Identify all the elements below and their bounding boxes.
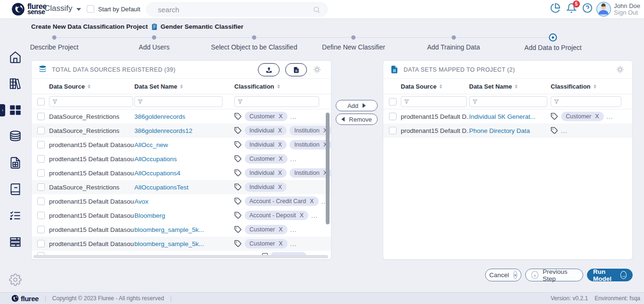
app-menu-dropdown[interactable]: Classify	[44, 4, 81, 13]
fluree-penguin-icon	[11, 2, 25, 16]
previous-step-button[interactable]: ‹ Previous Step	[525, 269, 583, 281]
dataset-link[interactable]: Phone Directory Data	[469, 127, 530, 134]
remove-tag-icon[interactable]: X	[278, 141, 282, 148]
start-by-default-checkbox[interactable]	[87, 5, 94, 13]
dataset-link[interactable]: Avox	[134, 198, 149, 205]
sidebar-home-icon[interactable]	[9, 51, 22, 64]
tag-icon	[234, 141, 242, 148]
column-header-classification[interactable]: Classification	[234, 83, 331, 90]
classification-chip: Customer X	[245, 225, 288, 234]
sidebar-models-icon[interactable]	[9, 236, 22, 248]
stepper-step[interactable]: Add Training Data	[427, 33, 480, 51]
dataset-link[interactable]: AllOccupations	[134, 156, 177, 163]
dataset-link[interactable]: Individual 5K Generat...	[469, 113, 536, 120]
row-checkbox[interactable]	[37, 155, 45, 163]
select-all-checkbox[interactable]	[389, 98, 396, 106]
more-tags-ellipsis[interactable]: ...	[607, 113, 613, 120]
dataset-link[interactable]: AllOcc_new	[134, 141, 168, 148]
horizontal-scrollbar[interactable]	[33, 255, 328, 258]
row-checkbox[interactable]	[37, 226, 45, 233]
stepper-step[interactable]: Select Object to be Classified	[211, 33, 297, 51]
brand-logo[interactable]: fluree sense	[11, 2, 47, 16]
filter-classification-input[interactable]	[561, 99, 618, 105]
stepper-step[interactable]: Describe Project	[30, 33, 79, 51]
remove-tag-icon[interactable]: X	[279, 240, 282, 247]
wizard-actions: Cancel × ‹ Previous Step Run Model →	[485, 269, 633, 281]
stepper-step[interactable]: Add Users	[139, 33, 169, 51]
row-checkbox[interactable]	[37, 127, 45, 134]
more-tags-ellipsis[interactable]: ...	[311, 212, 318, 219]
select-all-checkbox[interactable]	[37, 98, 45, 106]
dataset-link[interactable]: bloomberg_sample_5k...	[134, 240, 204, 247]
dataset-link[interactable]: 386goldenrecords12	[134, 127, 192, 134]
filter-data-set-name-input[interactable]	[145, 99, 219, 105]
dataset-link[interactable]: AllOccupationsTest	[134, 184, 189, 191]
remove-button[interactable]: Remove	[336, 114, 378, 125]
remove-tag-icon[interactable]: X	[300, 212, 304, 219]
row-checkbox[interactable]	[37, 197, 45, 205]
row-checkbox[interactable]	[37, 240, 45, 247]
panel-settings-icon[interactable]	[616, 65, 625, 74]
user-name: John Doe	[614, 3, 640, 9]
dataset-link[interactable]: bloomberg_sample_5k...	[134, 226, 204, 233]
more-tags-ellipsis[interactable]: ...	[290, 226, 297, 233]
remove-tag-icon[interactable]: X	[595, 113, 599, 120]
remove-tag-icon[interactable]: X	[278, 127, 282, 134]
dataset-link[interactable]: Bloomberg	[134, 212, 165, 219]
more-tags-ellipsis[interactable]: ...	[290, 156, 297, 163]
sidebar-datasets-icon[interactable]	[9, 156, 22, 169]
filter-classification-input[interactable]	[245, 99, 316, 105]
row-checkbox[interactable]	[389, 113, 396, 120]
panel-settings-icon[interactable]	[313, 65, 322, 74]
search-input[interactable]	[158, 6, 313, 14]
sidebar-catalog-icon[interactable]	[9, 183, 22, 196]
remove-tag-icon[interactable]: X	[279, 113, 282, 120]
vertical-scrollbar[interactable]	[326, 113, 330, 224]
more-tags-ellipsis[interactable]: ...	[290, 113, 297, 120]
column-header-data-set-name[interactable]: Data Set Name	[134, 83, 234, 90]
filter-data-source-input[interactable]	[59, 99, 130, 105]
analytics-pie-icon[interactable]	[550, 3, 561, 13]
filter-data-source-input[interactable]	[411, 99, 463, 105]
filter-data-set-name-input[interactable]	[479, 99, 544, 105]
cancel-button[interactable]: Cancel ×	[485, 269, 521, 281]
row-checkbox[interactable]	[37, 141, 45, 148]
remove-tag-icon[interactable]: X	[279, 226, 282, 233]
row-checkbox[interactable]	[37, 183, 45, 191]
row-checkbox[interactable]	[389, 127, 396, 134]
table-row: prodtenant15 Default DatasourAllOcc_newI…	[32, 138, 331, 152]
column-header-data-set-name[interactable]: Data Set Name	[469, 83, 551, 90]
more-tags-ellipsis[interactable]: ...	[290, 240, 297, 247]
sidebar-tasks-icon[interactable]	[9, 209, 22, 222]
user-menu[interactable]: John Doe Sign Out	[596, 2, 640, 16]
column-header-data-source[interactable]: Data Source	[401, 83, 469, 90]
sidebar-expand-handle[interactable]: ›	[0, 104, 5, 116]
row-checkbox[interactable]	[37, 212, 45, 219]
sidebar-projects-grid-icon[interactable]	[9, 104, 22, 116]
add-button[interactable]: Add	[336, 100, 378, 111]
dataset-link[interactable]: AllOccupations4	[134, 170, 181, 177]
more-tags-ellipsis[interactable]: ...	[561, 127, 568, 134]
remove-tag-icon[interactable]: X	[279, 156, 282, 162]
classification-chip: Customer X	[245, 239, 288, 248]
register-file-button[interactable]	[285, 63, 307, 76]
sidebar-library-icon[interactable]	[9, 77, 22, 90]
stepper-step[interactable]: Define New Classifier	[322, 33, 385, 51]
column-header-data-source[interactable]: Data Source	[49, 83, 134, 90]
dataset-link[interactable]: 386goldenrecords	[134, 113, 185, 120]
data-sources-filter-row	[32, 94, 331, 109]
run-model-button[interactable]: Run Model →	[587, 269, 633, 281]
sign-out-link[interactable]: Sign Out	[614, 9, 640, 16]
sidebar-system-settings-icon[interactable]	[9, 273, 22, 286]
remove-tag-icon[interactable]: X	[278, 170, 282, 176]
upload-data-button[interactable]	[258, 63, 280, 76]
row-checkbox[interactable]	[37, 113, 45, 120]
row-checkbox[interactable]	[37, 169, 45, 177]
column-header-classification[interactable]: Classification	[551, 83, 632, 90]
stepper-step[interactable]: Add Data to Project	[524, 33, 581, 51]
remove-tag-icon[interactable]: X	[310, 198, 314, 205]
sidebar-datasources-icon[interactable]	[9, 130, 22, 143]
remove-tag-icon[interactable]: X	[278, 184, 282, 190]
notifications-bell-icon[interactable]: 5	[566, 3, 577, 13]
help-icon[interactable]	[582, 3, 593, 13]
